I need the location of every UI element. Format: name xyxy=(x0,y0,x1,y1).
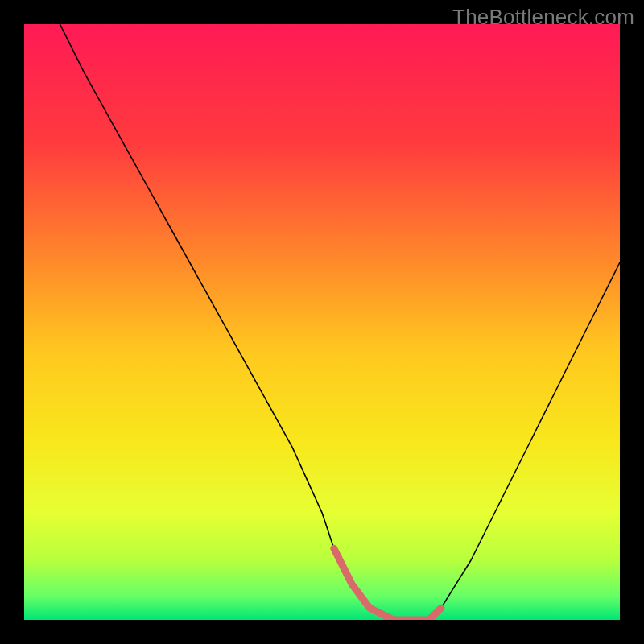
bottleneck-plot xyxy=(24,24,620,620)
plot-background xyxy=(24,24,620,620)
chart-container: TheBottleneck.com xyxy=(0,0,644,644)
watermark-text: TheBottleneck.com xyxy=(452,5,634,30)
